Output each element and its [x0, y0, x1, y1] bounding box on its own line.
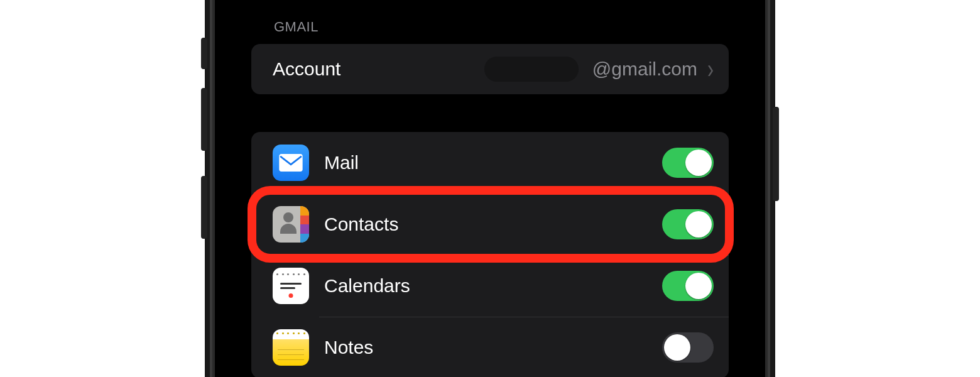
section-header-gmail: GMAIL [234, 0, 746, 44]
contacts-icon [273, 206, 309, 243]
calendars-toggle[interactable] [662, 271, 714, 301]
account-value: @gmail.com [592, 58, 697, 80]
chevron-right-icon: › [707, 56, 714, 82]
service-label: Contacts [324, 214, 398, 235]
service-label: Notes [324, 337, 373, 358]
settings-screen: GMAIL Account @gmail.com › Mail [234, 0, 746, 377]
account-row[interactable]: Account @gmail.com › [251, 44, 729, 94]
phone-side-button [201, 38, 207, 69]
notes-toggle[interactable] [662, 332, 714, 363]
service-row-notes: Notes [251, 317, 729, 377]
phone-side-button [773, 107, 779, 201]
service-row-mail: Mail [251, 132, 729, 194]
account-group: Account @gmail.com › [251, 44, 729, 94]
calendar-icon [273, 268, 309, 304]
mail-icon [273, 145, 309, 181]
phone-side-button [201, 88, 207, 151]
service-label: Calendars [324, 275, 410, 297]
account-value-wrap: @gmail.com › [484, 57, 714, 82]
service-row-calendars: Calendars [251, 255, 729, 317]
services-group: Mail Contacts Calendars [251, 132, 729, 377]
service-row-contacts: Contacts [251, 194, 729, 255]
svg-rect-0 [279, 154, 302, 172]
redacted-email-prefix [484, 57, 579, 82]
mail-toggle[interactable] [662, 148, 714, 178]
account-label: Account [273, 58, 340, 80]
contacts-toggle[interactable] [662, 209, 714, 239]
phone-side-button [201, 176, 207, 239]
notes-icon [273, 329, 309, 366]
service-label: Mail [324, 152, 359, 173]
